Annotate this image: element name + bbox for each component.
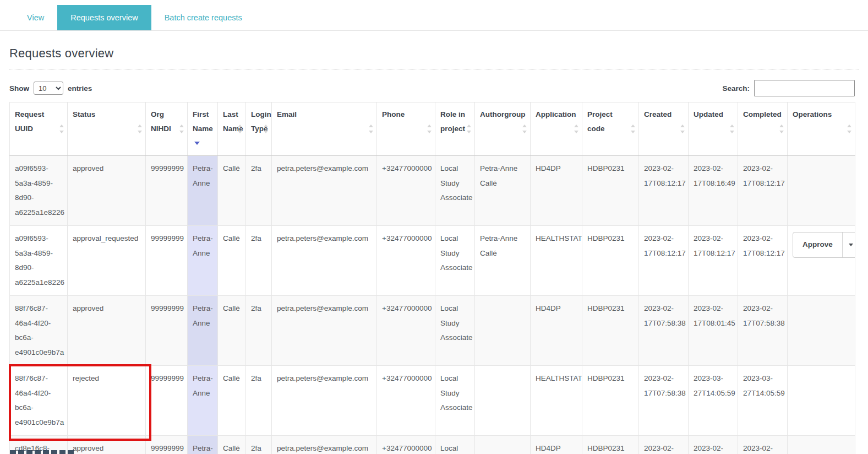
column-header-authorgroup[interactable]: Authorgroup bbox=[475, 102, 531, 156]
cell-operations: Approve bbox=[788, 226, 855, 296]
cell-operations bbox=[788, 156, 855, 226]
table-row: 88f76c87-46a4-4f20-bc6a-e4901c0e9b7aappr… bbox=[10, 296, 855, 366]
approve-button[interactable]: Approve bbox=[793, 232, 855, 258]
column-header-application[interactable]: Application bbox=[531, 102, 582, 156]
cell-project-code: HDBP0231 bbox=[582, 296, 639, 366]
cell-login-type: 2fa bbox=[246, 296, 272, 366]
cell-completed: 2023-02-17T08:12:17 bbox=[738, 156, 788, 226]
column-header-login-type[interactable]: Login Type bbox=[246, 102, 272, 156]
column-header-last-name[interactable]: Last Name bbox=[218, 102, 246, 156]
column-header-operations[interactable]: Operations bbox=[788, 102, 855, 156]
clipped-footer-text bbox=[10, 450, 75, 454]
column-header-org-nihdi[interactable]: Org NIHDI bbox=[146, 102, 188, 156]
column-label: Updated bbox=[694, 110, 723, 118]
column-header-email[interactable]: Email bbox=[272, 102, 377, 156]
table-row: a09f6593-5a3a-4859-8d90-a6225a1e8226appr… bbox=[10, 156, 855, 226]
cell-login-type: 2fa bbox=[246, 156, 272, 226]
cell-request-uuid: a09f6593-5a3a-4859-8d90-a6225a1e8226 bbox=[10, 156, 68, 226]
sort-both-icon bbox=[631, 123, 635, 134]
sort-both-icon bbox=[427, 123, 432, 134]
cell-last-name: Callé bbox=[218, 226, 246, 296]
sort-both-icon bbox=[847, 123, 851, 134]
cell-project-code: HDBP0231 bbox=[582, 436, 639, 454]
cell-last-name: Callé bbox=[218, 366, 246, 436]
search-label: Search: bbox=[722, 84, 750, 93]
cell-updated: 2023-02-17T08:12:17 bbox=[689, 226, 738, 296]
column-header-request-uuid[interactable]: Request UUID bbox=[10, 102, 68, 156]
cell-application: HD4DP bbox=[531, 296, 582, 366]
sort-both-icon bbox=[138, 123, 142, 134]
tab-batch-create-requests[interactable]: Batch create requests bbox=[151, 5, 255, 30]
column-label: Login Type bbox=[251, 110, 271, 133]
cell-role-in-project: Local Study Associate bbox=[435, 226, 475, 296]
cell-authorgroup bbox=[475, 296, 531, 366]
cell-updated: 2023-03-27T14:05:59 bbox=[689, 366, 738, 436]
sort-both-icon bbox=[264, 123, 268, 134]
tab-view[interactable]: View bbox=[14, 5, 57, 30]
sort-both-icon bbox=[730, 123, 734, 134]
approve-dropdown-toggle[interactable] bbox=[842, 233, 855, 257]
sort-both-icon bbox=[369, 123, 373, 134]
requests-table: Request UUIDStatusOrg NIHDIFirst NameLas… bbox=[9, 102, 855, 454]
column-label: Authorgroup bbox=[480, 110, 525, 118]
cell-role-in-project: Local Study Associate bbox=[435, 436, 475, 454]
column-header-first-name[interactable]: First Name bbox=[188, 102, 218, 156]
cell-completed: 2023-03-27T14:05:59 bbox=[738, 366, 788, 436]
cell-operations bbox=[788, 296, 855, 366]
cell-completed: 2023-02-17T07:58:38 bbox=[738, 296, 788, 366]
column-header-completed[interactable]: Completed bbox=[738, 102, 788, 156]
column-header-role-in-project[interactable]: Role in project bbox=[435, 102, 475, 156]
cell-created: 2023-02-17T08:12:17 bbox=[639, 156, 689, 226]
cell-request-uuid: 88f76c87-46a4-4f20-bc6a-e4901c0e9b7a bbox=[10, 366, 68, 436]
sort-both-icon bbox=[238, 123, 242, 134]
cell-request-uuid: a09f6593-5a3a-4859-8d90-a6225a1e8226 bbox=[10, 226, 68, 296]
column-label: Completed bbox=[743, 110, 782, 118]
cell-project-code: HDBP0231 bbox=[582, 226, 639, 296]
column-header-created[interactable]: Created bbox=[639, 102, 689, 156]
cell-project-code: HDBP0231 bbox=[582, 366, 639, 436]
page-title: Requests overview bbox=[9, 46, 868, 61]
cell-application: HD4DP bbox=[531, 156, 582, 226]
table-row: a09f6593-5a3a-4859-8d90-a6225a1e8226appr… bbox=[10, 226, 855, 296]
cell-login-type: 2fa bbox=[246, 436, 272, 454]
cell-phone: +32477000000 bbox=[377, 226, 435, 296]
table-row: cd8e16c8-8a7e-4c56-b261-e1ff2d23270aappr… bbox=[10, 436, 855, 454]
page-size-select[interactable]: 10 bbox=[34, 82, 63, 95]
sort-both-icon bbox=[179, 123, 184, 134]
column-header-project-code[interactable]: Project code bbox=[582, 102, 639, 156]
column-header-status[interactable]: Status bbox=[68, 102, 146, 156]
sort-descending-icon bbox=[194, 142, 200, 145]
cell-status: approval_requested bbox=[68, 226, 146, 296]
column-label: Application bbox=[536, 110, 576, 118]
cell-org-nihdi: 99999999 bbox=[146, 436, 188, 454]
cell-application: HEALTHSTAT bbox=[531, 366, 582, 436]
cell-email: petra.peters@example.com bbox=[272, 156, 377, 226]
requests-overview-page: View Requests overview Batch create requ… bbox=[0, 0, 868, 454]
column-header-phone[interactable]: Phone bbox=[377, 102, 435, 156]
cell-role-in-project: Local Study Associate bbox=[435, 296, 475, 366]
caret-down-icon bbox=[849, 244, 853, 246]
column-label: Status bbox=[73, 110, 95, 118]
column-header-updated[interactable]: Updated bbox=[689, 102, 738, 156]
cell-role-in-project: Local Study Associate bbox=[435, 156, 475, 226]
approve-button-label[interactable]: Approve bbox=[793, 233, 842, 257]
cell-email: petra.peters@example.com bbox=[272, 366, 377, 436]
table-row: 88f76c87-46a4-4f20-bc6a-e4901c0e9b7areje… bbox=[10, 366, 855, 436]
cell-created: 2023-02-17T08:12:17 bbox=[639, 226, 689, 296]
cell-completed: 2023-02-17T07:55:37 bbox=[738, 436, 788, 454]
column-label: Phone bbox=[382, 110, 405, 118]
cell-request-uuid: 88f76c87-46a4-4f20-bc6a-e4901c0e9b7a bbox=[10, 296, 68, 366]
column-label: Operations bbox=[793, 110, 832, 118]
column-label: Org NIHDI bbox=[151, 110, 171, 133]
table-controls: Show 10 entries Search: bbox=[9, 80, 855, 96]
cell-updated: 2023-02-17T08:01:45 bbox=[689, 296, 738, 366]
cell-created: 2023-02-17T07:58:38 bbox=[639, 296, 689, 366]
search-input[interactable] bbox=[754, 80, 855, 96]
tab-requests-overview[interactable]: Requests overview bbox=[57, 5, 151, 30]
cell-operations bbox=[788, 436, 855, 454]
sort-both-icon bbox=[779, 123, 784, 134]
cell-created: 2023-02-17T07:55:37 bbox=[639, 436, 689, 454]
page-length-control: Show 10 entries bbox=[9, 82, 92, 95]
cell-email: petra.peters@example.com bbox=[272, 436, 377, 454]
cell-email: petra.peters@example.com bbox=[272, 226, 377, 296]
